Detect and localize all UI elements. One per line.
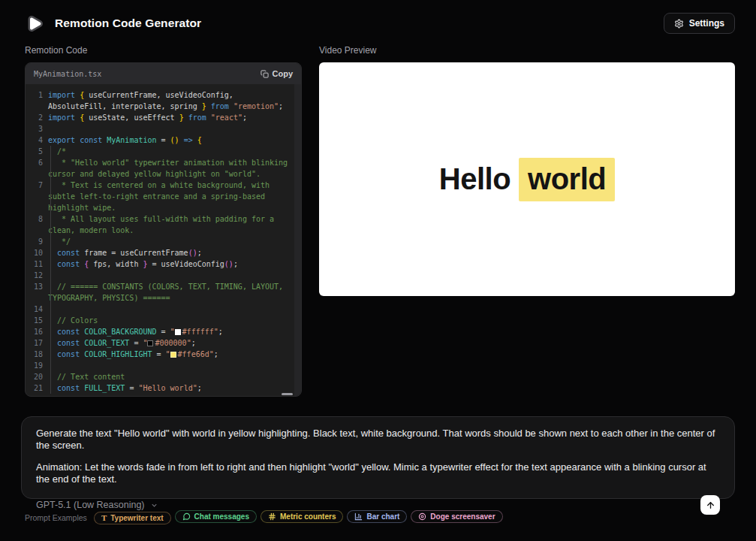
video-text-highlighted: world bbox=[519, 158, 615, 201]
code-line-content: const FULL_TEXT = "Hello world"; bbox=[48, 382, 301, 394]
code-line-content: * "Hello world" typewriter animation wit… bbox=[48, 157, 301, 180]
code-line-content bbox=[48, 304, 301, 315]
example-pill-metric-counters[interactable]: Metric counters bbox=[261, 510, 343, 523]
code-line: 10 const frame = useCurrentFrame(); bbox=[30, 247, 301, 258]
code-line-content bbox=[48, 123, 301, 134]
code-line: 15 // Colors bbox=[30, 315, 301, 326]
code-line-content: const COLOR_BACKGROUND = "#ffffff"; bbox=[48, 326, 301, 337]
code-line-content: */ bbox=[48, 236, 301, 247]
code-line: 18 const COLOR_HIGHLIGHT = "#ffe66d"; bbox=[30, 349, 301, 360]
submit-button[interactable] bbox=[700, 495, 720, 515]
example-pill-label: Chat messages bbox=[194, 512, 249, 521]
video-text: Helloworld bbox=[439, 162, 615, 196]
type-icon: T bbox=[101, 514, 107, 522]
line-number: 5 bbox=[30, 146, 43, 157]
code-line-content: // Text content bbox=[48, 371, 301, 382]
code-line: 12 bbox=[30, 270, 301, 281]
code-line-content bbox=[48, 270, 301, 281]
prompt-examples-label: Prompt Examples bbox=[25, 513, 87, 522]
model-label: GPT-5.1 (Low Reasoning) bbox=[36, 500, 145, 510]
code-column: Remotion Code MyAnimation.tsx Copy 1impo… bbox=[25, 45, 302, 397]
code-line: 9 */ bbox=[30, 236, 301, 247]
code-line: 13 // ====== CONSTANTS (COLORS, TEXT, TI… bbox=[30, 281, 301, 304]
code-line: 1import { useCurrentFrame, useVideoConfi… bbox=[30, 89, 301, 112]
copy-button[interactable]: Copy bbox=[261, 69, 294, 78]
code-line: 4export const MyAnimation = () => { bbox=[30, 134, 301, 146]
example-pill-bar-chart[interactable]: Bar chart bbox=[347, 510, 407, 523]
code-line-content: import { useCurrentFrame, useVideoConfig… bbox=[48, 89, 301, 112]
code-line-content: * Text is centered on a white background… bbox=[48, 180, 301, 213]
code-line: 11 const { fps, width } = useVideoConfig… bbox=[30, 258, 301, 270]
main: Remotion Code MyAnimation.tsx Copy 1impo… bbox=[0, 45, 756, 397]
code-line: 14 bbox=[30, 304, 301, 315]
line-number: 18 bbox=[30, 349, 43, 360]
code-line: 8 * All layout uses full-width with padd… bbox=[30, 213, 301, 236]
line-number: 4 bbox=[30, 134, 43, 146]
example-pill-label: Doge screensaver bbox=[430, 512, 495, 521]
code-section-label: Remotion Code bbox=[25, 45, 302, 56]
gear-icon bbox=[674, 19, 684, 29]
example-pill-chat-messages[interactable]: Chat messages bbox=[175, 510, 257, 523]
code-line-content: const COLOR_TEXT = "#000000"; bbox=[48, 337, 301, 349]
settings-label: Settings bbox=[689, 18, 724, 29]
example-pill-label: Metric counters bbox=[280, 512, 336, 521]
code-line-content: * All layout uses full-width with paddin… bbox=[48, 213, 301, 236]
code-line-content: const { fps, width } = useVideoConfig(); bbox=[48, 258, 301, 270]
code-line: 3 bbox=[30, 123, 301, 134]
example-pill-doge-screensaver[interactable]: Doge screensaver bbox=[411, 510, 502, 523]
header: Remotion Code Generator Settings bbox=[0, 0, 756, 34]
line-number: 11 bbox=[30, 258, 43, 270]
line-number: 17 bbox=[30, 337, 43, 349]
bar-chart-icon bbox=[354, 512, 363, 521]
code-line: 19 bbox=[30, 360, 301, 371]
color-swatch bbox=[170, 352, 176, 358]
line-number: 21 bbox=[30, 382, 43, 394]
preview-column: Video Preview Helloworld bbox=[319, 45, 735, 397]
code-line-content: import { useState, useEffect } from "rea… bbox=[48, 112, 301, 123]
code-line-content: /* bbox=[48, 146, 301, 157]
line-number: 8 bbox=[30, 213, 43, 236]
code-line-content: const COLOR_HIGHLIGHT = "#ffe66d"; bbox=[48, 349, 301, 360]
copy-label: Copy bbox=[273, 69, 294, 78]
disc-icon bbox=[418, 512, 426, 521]
example-pill-typewriter-text[interactable]: TTypewriter text bbox=[94, 512, 171, 524]
example-pill-label: Bar chart bbox=[366, 512, 399, 521]
code-lines: 1import { useCurrentFrame, useVideoConfi… bbox=[30, 89, 301, 394]
code-line: 17 const COLOR_TEXT = "#000000"; bbox=[30, 337, 301, 349]
arrow-up-icon bbox=[706, 500, 715, 510]
header-left: Remotion Code Generator bbox=[25, 14, 201, 34]
color-swatch bbox=[175, 329, 181, 335]
hash-icon bbox=[268, 512, 276, 521]
code-line: 6 * "Hello world" typewriter animation w… bbox=[30, 157, 301, 180]
line-number: 9 bbox=[30, 236, 43, 247]
code-line: 21 const FULL_TEXT = "Hello world"; bbox=[30, 382, 301, 394]
settings-button[interactable]: Settings bbox=[664, 13, 735, 34]
line-number: 7 bbox=[30, 180, 43, 213]
remotion-logo-icon bbox=[25, 14, 45, 34]
code-line-content bbox=[48, 360, 301, 371]
code-editor[interactable]: 1import { useCurrentFrame, useVideoConfi… bbox=[26, 84, 301, 396]
line-number: 10 bbox=[30, 247, 43, 258]
code-line-content: const frame = useCurrentFrame(); bbox=[48, 247, 301, 258]
preview-section-label: Video Preview bbox=[319, 45, 735, 56]
prompt-line-1: Generate the text "Hello world" with wor… bbox=[36, 428, 720, 452]
code-line: 20 // Text content bbox=[30, 371, 301, 382]
line-number: 16 bbox=[30, 326, 43, 337]
prompt-box[interactable]: Generate the text "Hello world" with wor… bbox=[21, 416, 735, 499]
horizontal-scrollbar-thumb[interactable] bbox=[282, 393, 293, 395]
message-circle-icon bbox=[182, 512, 191, 521]
prompt-line-2: Animation: Let the words fade in from le… bbox=[36, 461, 720, 485]
model-selector[interactable]: GPT-5.1 (Low Reasoning) bbox=[36, 500, 158, 510]
code-panel-header: MyAnimation.tsx Copy bbox=[26, 63, 301, 84]
line-number: 6 bbox=[30, 157, 43, 180]
line-number: 3 bbox=[30, 123, 43, 134]
code-line-content: // Colors bbox=[48, 315, 301, 326]
line-number: 13 bbox=[30, 281, 43, 304]
code-line: 16 const COLOR_BACKGROUND = "#ffffff"; bbox=[30, 326, 301, 337]
code-line-content: export const MyAnimation = () => { bbox=[48, 134, 301, 146]
code-line: 5 /* bbox=[30, 146, 301, 157]
line-number: 20 bbox=[30, 371, 43, 382]
line-number: 15 bbox=[30, 315, 43, 326]
code-panel: MyAnimation.tsx Copy 1import { useCurren… bbox=[25, 62, 302, 397]
code-line-content: // ====== CONSTANTS (COLORS, TEXT, TIMIN… bbox=[48, 281, 301, 304]
